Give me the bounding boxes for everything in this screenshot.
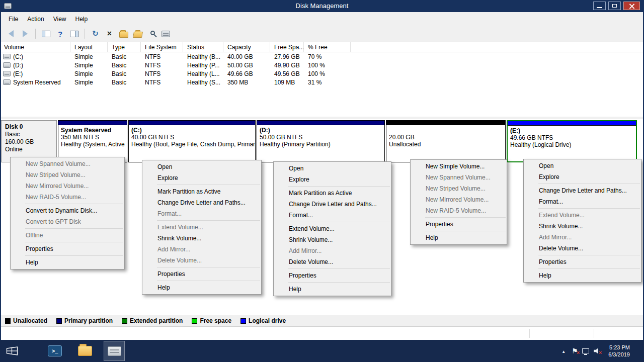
col-header-capacity[interactable]: Capacity (223, 42, 270, 52)
volume-button[interactable] (591, 345, 602, 357)
menu-item-delete-volume[interactable]: Delete Volume... (274, 256, 391, 267)
menu-item-extend-volume[interactable]: Extend Volume... (524, 210, 641, 221)
menu-item-open[interactable]: Open (274, 163, 391, 174)
menu-item-mark-partition-active[interactable]: Mark Partition as Active (274, 188, 391, 199)
forward-icon[interactable] (19, 28, 31, 40)
menu-file[interactable]: File (4, 14, 23, 24)
menu-help[interactable]: Help (71, 14, 93, 24)
legend-swatch (240, 318, 246, 324)
volume-row-e[interactable]: (E:) Simple Basic NTFS Healthy (L... 49.… (0, 69, 644, 78)
start-button[interactable] (0, 340, 24, 362)
menu-item-new-simple-volume[interactable]: New Simple Volume... (411, 161, 507, 172)
type: Basic (108, 70, 141, 77)
partition-e[interactable]: (E:) 49.66 GB NTFS Healthy (Logical Driv… (507, 120, 637, 162)
menu-item-offline[interactable]: Offline (11, 230, 124, 241)
menu-item-new-mirrored-volume[interactable]: New Mirrored Volume... (411, 194, 507, 205)
menu-item-explore[interactable]: Explore (524, 171, 641, 183)
col-header-percent-free[interactable]: % Free (304, 42, 351, 52)
menu-view[interactable]: View (49, 14, 71, 24)
volume-row-c[interactable]: (C:) Simple Basic NTFS Healthy (B... 40.… (0, 52, 644, 61)
taskbar-clock[interactable]: 5:23 PM 6/3/2019 (608, 344, 630, 358)
menu-item-format[interactable]: Format... (524, 196, 641, 207)
menu-item-new-spanned-volume[interactable]: New Spanned Volume... (411, 172, 507, 183)
menu-item-new-spanned-volume[interactable]: New Spanned Volume... (11, 158, 124, 169)
properties-folder-icon[interactable] (118, 28, 129, 40)
disk0-label[interactable]: Disk 0 Basic 160.00 GB Online (1, 120, 57, 162)
menu-item-shrink-volume[interactable]: Shrink Volume... (524, 221, 641, 232)
show-action-pane-icon[interactable] (68, 28, 80, 40)
open-folder-icon[interactable] (132, 28, 143, 40)
menu-item-delete-volume[interactable]: Delete Volume... (142, 255, 261, 266)
menu-item-change-drive-letter[interactable]: Change Drive Letter and Paths... (142, 197, 261, 208)
help-icon[interactable] (54, 28, 66, 40)
col-header-free-space[interactable]: Free Spa... (270, 42, 304, 52)
col-header-file-system[interactable]: File System (141, 42, 183, 52)
col-header-layout[interactable]: Layout (70, 42, 108, 52)
menu-item-help[interactable]: Help (142, 282, 261, 293)
menu-item-properties[interactable]: Properties (274, 270, 391, 281)
partition-c[interactable]: (C:) 40.00 GB NTFS Healthy (Boot, Page F… (128, 120, 256, 162)
powershell-icon (48, 345, 62, 356)
menu-item-explore[interactable]: Explore (142, 172, 261, 184)
menu-item-new-striped-volume[interactable]: New Striped Volume... (411, 183, 507, 194)
col-header-type[interactable]: Type (108, 42, 141, 52)
legend-swatch (5, 318, 11, 324)
minimize-button[interactable] (593, 2, 606, 10)
menu-item-open[interactable]: Open (524, 160, 641, 171)
menu-item-new-mirrored-volume[interactable]: New Mirrored Volume... (11, 180, 124, 192)
menu-item-extend-volume[interactable]: Extend Volume... (142, 222, 261, 233)
unallocated-space[interactable]: 20.00 GB Unallocated (386, 120, 506, 162)
show-console-tree-icon[interactable] (40, 28, 52, 40)
menu-item-format[interactable]: Format... (142, 208, 261, 219)
partition-color-band (257, 121, 384, 125)
disk-view-icon[interactable] (160, 28, 172, 40)
menu-item-properties[interactable]: Properties (411, 219, 507, 230)
network-button[interactable] (580, 345, 591, 357)
menu-item-properties[interactable]: Properties (11, 243, 124, 254)
find-icon[interactable] (146, 28, 157, 40)
menu-item-add-mirror[interactable]: Add Mirror... (524, 232, 641, 243)
menu-item-add-mirror[interactable]: Add Mirror... (274, 245, 391, 256)
refresh-icon[interactable] (90, 28, 101, 40)
partition-d[interactable]: (D:) 50.00 GB NTFS Healthy (Primary Part… (257, 120, 385, 162)
menu-item-delete-volume[interactable]: Delete Volume... (524, 243, 641, 254)
maximize-button[interactable] (608, 2, 621, 10)
taskbar-file-explorer-button[interactable] (74, 341, 96, 361)
menu-item-help[interactable]: Help (11, 257, 124, 268)
menu-item-properties[interactable]: Properties (524, 256, 641, 267)
menu-item-new-striped-volume[interactable]: New Striped Volume... (11, 169, 124, 180)
delete-icon[interactable] (104, 28, 115, 40)
menu-item-open[interactable]: Open (142, 161, 261, 172)
volume-row-system-reserved[interactable]: System Reserved Simple Basic NTFS Health… (0, 78, 644, 86)
partition-system-reserved[interactable]: System Reserved 350 MB NTFS Healthy (Sys… (58, 120, 127, 162)
menu-item-add-mirror[interactable]: Add Mirror... (142, 244, 261, 255)
menu-item-help[interactable]: Help (411, 232, 507, 243)
taskbar-disk-management-button[interactable] (104, 341, 125, 361)
volume-row-d[interactable]: (D:) Simple Basic NTFS Healthy (P... 50.… (0, 61, 644, 69)
taskbar-powershell-button[interactable] (44, 341, 65, 361)
menu-item-format[interactable]: Format... (274, 210, 391, 221)
notifications-flag-button[interactable] (569, 345, 580, 357)
menu-item-convert-to-dynamic-disk[interactable]: Convert to Dynamic Disk... (11, 205, 124, 216)
menu-item-extend-volume[interactable]: Extend Volume... (274, 223, 391, 234)
menu-item-explore[interactable]: Explore (274, 174, 391, 185)
menu-item-convert-to-gpt-disk[interactable]: Convert to GPT Disk (11, 216, 124, 227)
menu-item-shrink-volume[interactable]: Shrink Volume... (274, 234, 391, 245)
menu-item-properties[interactable]: Properties (142, 268, 261, 280)
menu-item-mark-partition-active[interactable]: Mark Partition as Active (142, 186, 261, 197)
close-button[interactable] (623, 2, 640, 10)
menu-item-change-drive-letter[interactable]: Change Drive Letter and Paths... (524, 185, 641, 196)
col-header-status[interactable]: Status (183, 42, 223, 52)
menu-separator (538, 268, 640, 269)
hidden-icons-button[interactable] (558, 345, 569, 357)
menu-action[interactable]: Action (23, 14, 48, 24)
col-header-volume[interactable]: Volume (0, 42, 70, 52)
menu-item-shrink-volume[interactable]: Shrink Volume... (142, 233, 261, 244)
back-icon[interactable] (5, 28, 17, 40)
menu-item-new-raid5-volume[interactable]: New RAID-5 Volume... (11, 192, 124, 203)
menu-item-change-drive-letter[interactable]: Change Drive Letter and Paths... (274, 199, 391, 210)
menu-item-help[interactable]: Help (274, 284, 391, 295)
menu-item-help[interactable]: Help (524, 270, 641, 281)
menu-item-new-raid5-volume[interactable]: New RAID-5 Volume... (411, 205, 507, 216)
titlebar[interactable]: Disk Management (0, 0, 644, 12)
